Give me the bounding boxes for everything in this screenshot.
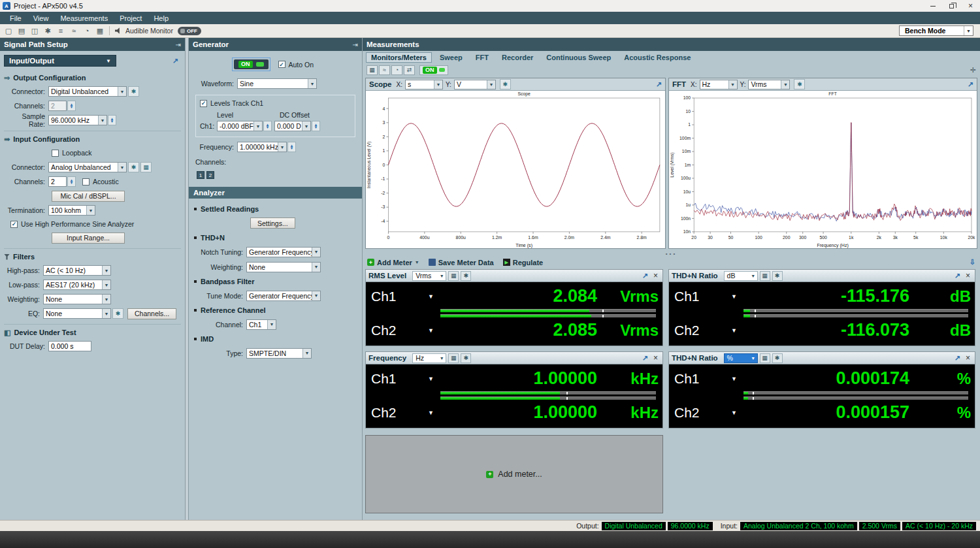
- fft-y-units-select[interactable]: Vrms ▼: [748, 80, 790, 89]
- input-connector-settings-icon[interactable]: ✱: [128, 162, 139, 172]
- output-connector-settings-icon[interactable]: ✱: [128, 86, 139, 97]
- meter-settings-icon[interactable]: ✱: [772, 353, 783, 363]
- menu-help[interactable]: Help: [148, 12, 174, 24]
- popout-icon[interactable]: ↗: [953, 354, 962, 363]
- meter-format-icon[interactable]: ▦: [448, 271, 459, 281]
- signal-path-icon[interactable]: ≡: [55, 25, 67, 37]
- bench-mode-select[interactable]: Bench Mode ▼: [899, 25, 973, 36]
- imd-type-select[interactable]: SMPTE/DIN ▼: [246, 348, 312, 359]
- io-monitor-icon[interactable]: ⇄: [404, 65, 415, 75]
- notch-tuning-select[interactable]: Generator Frequency ▼: [246, 247, 321, 257]
- close-icon[interactable]: ×: [651, 271, 660, 280]
- fft-settings-icon[interactable]: ✱: [794, 79, 805, 89]
- filters-channels-button[interactable]: Channels...: [127, 308, 176, 319]
- channel-selector[interactable]: Ch2▼: [367, 405, 440, 421]
- meter-settings-icon[interactable]: ✱: [772, 271, 783, 281]
- signal-path-selector[interactable]: Input/Output ▼: [4, 55, 116, 67]
- generator-icon[interactable]: ≈: [68, 25, 80, 37]
- high-performance-sine-analyzer-checkbox[interactable]: ✓: [10, 221, 18, 228]
- low-pass-select[interactable]: AES17 (20 kHz) ▼: [43, 280, 111, 290]
- channel-selector[interactable]: Ch1▼: [670, 371, 743, 387]
- meter-unit-select[interactable]: Hz▼: [412, 353, 446, 363]
- settings-icon[interactable]: ✱: [42, 25, 54, 37]
- minimize-button[interactable]: [923, 0, 942, 12]
- tab-acoustic-response[interactable]: Acoustic Response: [619, 52, 696, 63]
- eq-settings-icon[interactable]: ✱: [112, 308, 123, 319]
- export-icon[interactable]: ⇩: [970, 258, 975, 266]
- popout-icon[interactable]: ↗: [968, 80, 973, 89]
- generator-frequency-stepper[interactable]: ▲▼: [287, 142, 296, 152]
- channel-selector[interactable]: Ch2▼: [367, 323, 440, 338]
- measurement-on-toggle[interactable]: ON: [419, 65, 448, 75]
- acoustic-checkbox[interactable]: [82, 178, 90, 185]
- dut-delay-field[interactable]: 0.000 s: [48, 341, 91, 351]
- channel-selector[interactable]: Ch1▼: [367, 289, 440, 304]
- generator-level-field[interactable]: -0.000 dBFS ▼: [217, 121, 263, 131]
- scope-x-units-select[interactable]: s ▼: [405, 80, 443, 89]
- tab-continuous-sweep[interactable]: Continuous Sweep: [541, 52, 616, 63]
- meter-unit-select[interactable]: %▼: [724, 353, 758, 363]
- generator-on-toggle[interactable]: ON: [234, 59, 269, 69]
- menu-measurements[interactable]: Measurements: [54, 12, 114, 24]
- tab-fft[interactable]: FFT: [470, 52, 494, 63]
- pin-panel-icon[interactable]: ⇥: [176, 41, 181, 48]
- scope-y-units-select[interactable]: V ▼: [454, 80, 496, 89]
- restore-button[interactable]: [942, 0, 961, 12]
- analyzer-weighting-select[interactable]: None ▼: [246, 262, 321, 272]
- input-connector-select[interactable]: Analog Unbalanced ▼: [48, 162, 127, 172]
- loopback-checkbox[interactable]: [52, 150, 59, 157]
- mic-cal-button[interactable]: Mic Cal / dBSPL...: [52, 191, 125, 202]
- settled-readings-settings-button[interactable]: Settings...: [250, 218, 295, 229]
- channel-selector[interactable]: Ch1▼: [670, 289, 743, 304]
- sample-rate-select[interactable]: 96.0000 kHz ▼: [48, 115, 107, 125]
- meter-unit-select[interactable]: Vrms▼: [412, 271, 446, 281]
- tab-recorder[interactable]: Recorder: [497, 52, 538, 63]
- generator-channel-2-button[interactable]: 2: [206, 171, 214, 179]
- popout-icon[interactable]: ↗: [656, 80, 662, 89]
- generator-level-stepper[interactable]: ▲▼: [263, 121, 272, 131]
- popout-icon[interactable]: ↗: [641, 354, 649, 363]
- scope-settings-icon[interactable]: ✱: [500, 79, 511, 89]
- input-connector-grid-icon[interactable]: ▦: [140, 162, 152, 172]
- new-project-icon[interactable]: ▢: [3, 25, 14, 37]
- close-icon[interactable]: ×: [964, 353, 972, 363]
- meters-view-icon[interactable]: ▦: [367, 65, 378, 75]
- high-pass-select[interactable]: AC (< 10 Hz) ▼: [43, 265, 111, 276]
- menu-file[interactable]: File: [4, 12, 27, 24]
- meter-format-icon[interactable]: ▦: [448, 353, 459, 363]
- input-channels-field[interactable]: 2: [48, 176, 67, 187]
- output-connector-select[interactable]: Digital Unbalanced ▼: [48, 86, 127, 97]
- channel-selector[interactable]: Ch1▼: [367, 371, 440, 387]
- input-channels-stepper[interactable]: ▲▼: [67, 176, 76, 187]
- meter-settings-icon[interactable]: ✱: [461, 271, 471, 281]
- pin-icon[interactable]: ✛: [970, 66, 976, 74]
- generator-dc-offset-stepper[interactable]: ▲▼: [312, 121, 320, 131]
- output-channels-stepper[interactable]: ▲▼: [67, 101, 76, 111]
- close-button[interactable]: ×: [961, 0, 980, 12]
- regulate-button[interactable]: ▶ Regulate: [503, 259, 543, 266]
- menu-view[interactable]: View: [27, 12, 55, 24]
- charts-meters-splitter[interactable]: •••: [363, 250, 980, 257]
- menu-project[interactable]: Project: [114, 12, 148, 24]
- settling-icon[interactable]: ◔: [391, 65, 402, 75]
- add-meter-button[interactable]: + Add Meter ▼: [367, 259, 419, 266]
- sample-rate-stepper[interactable]: ▲▼: [108, 115, 116, 125]
- meter-settings-icon[interactable]: ✱: [461, 353, 471, 363]
- audible-monitor-toggle[interactable]: OFF: [178, 27, 201, 35]
- termination-select[interactable]: 100 kohm ▼: [48, 205, 95, 216]
- popout-icon[interactable]: ↗: [641, 272, 649, 280]
- generator-dc-offset-field[interactable]: 0.000 D ▼: [274, 121, 311, 131]
- levels-track-ch1-checkbox[interactable]: ✓: [200, 100, 207, 107]
- meter-format-icon[interactable]: ▦: [760, 271, 770, 281]
- generator-channel-1-button[interactable]: 1: [197, 171, 204, 179]
- popout-icon[interactable]: ↗: [953, 272, 962, 280]
- meter-unit-select[interactable]: dB▼: [724, 271, 758, 281]
- save-project-icon[interactable]: ◫: [29, 25, 41, 37]
- channel-selector[interactable]: Ch2▼: [670, 323, 743, 338]
- scope-view-icon[interactable]: ≈: [379, 65, 390, 75]
- popout-icon[interactable]: ↗: [172, 57, 178, 65]
- fft-x-units-select[interactable]: Hz ▼: [700, 80, 738, 89]
- weighting-select[interactable]: None ▼: [43, 294, 111, 304]
- waveform-select[interactable]: Sine ▼: [237, 78, 317, 89]
- tab-monitors-meters[interactable]: Monitors/Meters: [366, 52, 432, 63]
